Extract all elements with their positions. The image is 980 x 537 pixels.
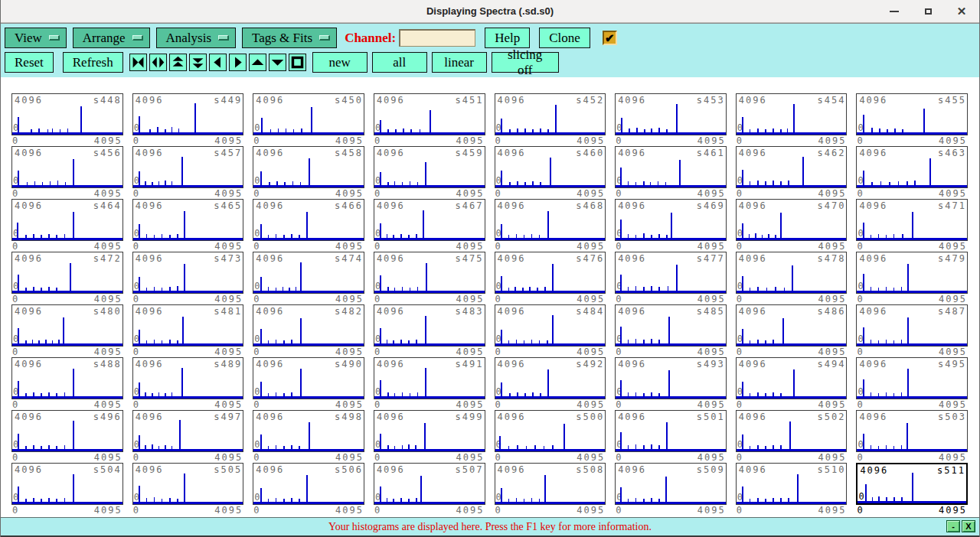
close-button[interactable]: ✕ xyxy=(955,5,969,18)
spectrum-plot-s456[interactable]: 4096s4560 xyxy=(11,146,123,188)
square-button[interactable] xyxy=(289,54,306,71)
channel-input[interactable] xyxy=(399,29,475,47)
spectrum-plot-s499[interactable]: 4096s4990 xyxy=(374,410,485,452)
spectrum-plot-s489[interactable]: 4096s4890 xyxy=(132,357,244,399)
y-max-label: 4096 xyxy=(618,412,646,421)
spectrum-plot-s506[interactable]: 4096s5060 xyxy=(253,463,364,505)
spectrum-plot-s486[interactable]: 4096s4860 xyxy=(736,304,848,347)
spectrum-plot-s501[interactable]: 4096s5010 xyxy=(615,410,727,452)
minimize-button[interactable] xyxy=(887,5,901,18)
menu-tags-fits[interactable]: Tags & Fits xyxy=(242,28,337,48)
spectrum-plot-s477[interactable]: 4096s4770 xyxy=(615,252,727,294)
spectrum-plot-s503[interactable]: 4096s5030 xyxy=(856,410,968,452)
spectrum-plot-s457[interactable]: 4096s4570 xyxy=(132,146,244,188)
pane-close-button[interactable]: X xyxy=(962,520,975,532)
spectrum-plot-s453[interactable]: 4096s4530 xyxy=(615,93,727,135)
x-min-label: 0 xyxy=(616,136,622,145)
spectrum-name-label: s482 xyxy=(335,307,363,316)
spectrum-plot-s496[interactable]: 4096s4960 xyxy=(11,410,123,452)
spectrum-plot-s468[interactable]: 4096s4680 xyxy=(495,199,606,241)
spectrum-plot-s454[interactable]: 4096s4540 xyxy=(736,93,848,135)
clone-button[interactable]: Clone xyxy=(539,28,590,48)
spectrum-plot-s482[interactable]: 4096s4820 xyxy=(253,304,364,347)
spectrum-plot-s494[interactable]: 4096s4940 xyxy=(736,357,848,399)
spectrum-plot-s491[interactable]: 4096s4910 xyxy=(374,357,485,399)
arrow-up-button[interactable] xyxy=(249,54,266,71)
histogram-spike xyxy=(425,162,426,186)
spectrum-plot-s467[interactable]: 4096s4670 xyxy=(374,199,485,241)
spectrum-plot-s505[interactable]: 4096s5050 xyxy=(132,463,244,505)
spectrum-plot-s507[interactable]: 4096s5070 xyxy=(374,463,485,505)
spectrum-plot-s508[interactable]: 4096s5080 xyxy=(495,463,606,505)
spectrum-plot-s498[interactable]: 4096s4980 xyxy=(253,410,364,452)
spectrum-plot-s509[interactable]: 4096s5090 xyxy=(615,463,727,505)
spectrum-plot-s460[interactable]: 4096s4600 xyxy=(495,146,606,188)
slicing-button[interactable]: slicing off xyxy=(492,52,559,73)
spectrum-plot-s448[interactable]: 4096s4480 xyxy=(11,93,123,135)
arrow-down-button[interactable] xyxy=(269,54,286,71)
spectrum-plot-s495[interactable]: 4096s4950 xyxy=(856,357,968,399)
spectrum-plot-s459[interactable]: 4096s4590 xyxy=(374,146,485,188)
spectrum-plot-s451[interactable]: 4096s4510 xyxy=(374,93,485,135)
spectrum-plot-s490[interactable]: 4096s4900 xyxy=(253,357,364,399)
arrow-right-button[interactable] xyxy=(229,54,247,71)
spectrum-plot-s487[interactable]: 4096s4870 xyxy=(856,304,968,347)
spectrum-plot-s511[interactable]: 4096s5110 xyxy=(856,463,968,505)
spectrum-plot-s462[interactable]: 4096s4620 xyxy=(736,146,848,188)
maximize-button[interactable] xyxy=(921,5,935,18)
all-button[interactable]: all xyxy=(372,52,427,73)
spectrum-plot-s469[interactable]: 4096s4690 xyxy=(615,199,727,241)
spectrum-plot-s473[interactable]: 4096s4730 xyxy=(132,252,244,294)
spectrum-plot-s481[interactable]: 4096s4810 xyxy=(132,304,244,347)
spectrum-plot-s464[interactable]: 4096s4640 xyxy=(11,199,123,241)
spectrum-plot-s493[interactable]: 4096s4930 xyxy=(615,357,727,399)
spectrum-plot-s465[interactable]: 4096s4650 xyxy=(132,199,244,241)
menu-analysis[interactable]: Analysis xyxy=(156,28,237,48)
spectrum-plot-s497[interactable]: 4096s4970 xyxy=(132,410,244,452)
spectrum-plot-s484[interactable]: 4096s4840 xyxy=(495,304,606,347)
shrink-horizontal-button[interactable] xyxy=(129,54,147,71)
spectrum-plot-s461[interactable]: 4096s4610 xyxy=(615,146,727,188)
spectrum-plot-s466[interactable]: 4096s4660 xyxy=(253,199,364,241)
spectrum-plot-s478[interactable]: 4096s4780 xyxy=(736,252,848,294)
toolbar-checkbox[interactable]: ✔ xyxy=(603,31,617,45)
menu-arrange[interactable]: Arrange xyxy=(73,28,150,48)
expand-horizontal-button[interactable] xyxy=(149,54,167,71)
spectrum-plot-s475[interactable]: 4096s4750 xyxy=(374,252,485,294)
spectrum-plot-s449[interactable]: 4096s4490 xyxy=(132,93,244,135)
spectrum-plot-s492[interactable]: 4096s4920 xyxy=(495,357,606,399)
spectrum-plot-s504[interactable]: 4096s5040 xyxy=(11,463,123,505)
spectrum-plot-s479[interactable]: 4096s4790 xyxy=(856,252,968,294)
spectrum-plot-s510[interactable]: 4096s5100 xyxy=(736,463,848,505)
spectrum-plot-s502[interactable]: 4096s5020 xyxy=(736,410,848,452)
double-arrow-down-button[interactable] xyxy=(189,54,207,71)
histogram-spike xyxy=(865,484,867,502)
reset-button[interactable]: Reset xyxy=(5,52,54,73)
spectrum-plot-s488[interactable]: 4096s4880 xyxy=(11,357,123,399)
linear-button[interactable]: linear xyxy=(432,52,487,73)
arrow-left-button[interactable] xyxy=(209,54,227,71)
spectrum-plot-s476[interactable]: 4096s4760 xyxy=(495,252,606,294)
spectrum-plot-s472[interactable]: 4096s4720 xyxy=(11,252,123,294)
spectrum-plot-s485[interactable]: 4096s4850 xyxy=(615,304,727,347)
menu-view[interactable]: View xyxy=(5,28,67,48)
spectrum-plot-s471[interactable]: 4096s4710 xyxy=(856,199,968,241)
spectrum-plot-s470[interactable]: 4096s4700 xyxy=(736,199,848,241)
histogram-spike xyxy=(742,434,743,450)
new-button[interactable]: new xyxy=(312,52,368,73)
refresh-button[interactable]: Refresh xyxy=(63,52,123,73)
spectrum-plot-s463[interactable]: 4096s4630 xyxy=(856,146,968,188)
spectrum-plot-s474[interactable]: 4096s4740 xyxy=(253,252,364,294)
spectrum-plot-s458[interactable]: 4096s4580 xyxy=(253,146,364,188)
menu-tags-fits-label: Tags & Fits xyxy=(252,31,312,46)
spectrum-plot-s480[interactable]: 4096s4800 xyxy=(11,304,123,347)
spectrum-plot-s450[interactable]: 4096s4500 xyxy=(253,93,364,135)
spectrum-plot-s452[interactable]: 4096s4520 xyxy=(495,93,606,135)
double-arrow-up-button[interactable] xyxy=(169,54,187,71)
pane-minimize-button[interactable]: - xyxy=(946,520,960,532)
y-max-label: 4096 xyxy=(739,148,767,158)
spectrum-plot-s455[interactable]: 4096s4550 xyxy=(856,93,968,135)
spectrum-plot-s483[interactable]: 4096s4830 xyxy=(374,304,485,347)
spectrum-plot-s500[interactable]: 4096s5000 xyxy=(495,410,606,452)
help-button[interactable]: Help xyxy=(485,28,530,48)
